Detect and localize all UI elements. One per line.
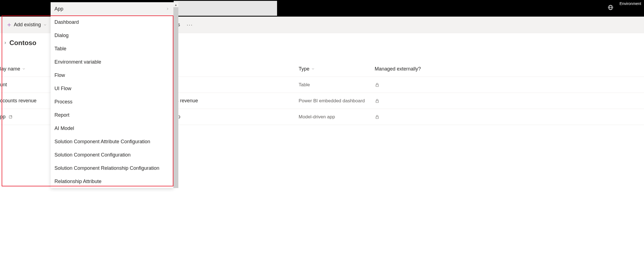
menu-item-ui-flow[interactable]: UI Flow [51, 82, 173, 95]
topbar-right: Environment [607, 1, 641, 11]
row-type: Table [299, 82, 375, 88]
dropdown-scrollbar[interactable]: ▲ [173, 2, 178, 125]
menu-item-table[interactable]: Table [51, 42, 173, 55]
column-header-managed[interactable]: Managed externally? [375, 66, 644, 72]
menu-item-dashboard[interactable]: Dashboard [51, 15, 173, 29]
svg-rect-9 [376, 117, 379, 119]
svg-rect-6 [376, 101, 379, 103]
chevron-down-icon [22, 67, 26, 71]
menu-item-ai-model[interactable]: AI Model [51, 122, 173, 125]
chevron-down-icon [311, 67, 315, 71]
menu-item-app[interactable]: App [51, 2, 173, 15]
menu-item-environment-variable[interactable]: Environment variable [51, 55, 173, 69]
row-managed [375, 114, 644, 119]
more-commands-button[interactable]: ··· [187, 22, 193, 28]
search-area[interactable] [174, 1, 277, 16]
chevron-right-icon [166, 7, 170, 11]
add-existing-label: Add existing [14, 22, 41, 28]
chevron-down-icon [43, 23, 47, 27]
add-existing-dropdown: App Dashboard Dialog Table Environment v… [51, 2, 173, 125]
scroll-up-arrow[interactable]: ▲ [173, 2, 178, 7]
row-managed [375, 82, 644, 87]
menu-item-dialog[interactable]: Dialog [51, 29, 173, 42]
row-managed [375, 98, 644, 103]
row-name: unt [0, 82, 7, 88]
svg-line-8 [10, 116, 12, 117]
lock-icon [375, 82, 380, 87]
globe-icon[interactable] [607, 4, 614, 11]
menu-item-flow[interactable]: Flow [51, 69, 173, 82]
lock-icon [375, 98, 380, 103]
menu-item-process[interactable]: Process [51, 95, 173, 108]
environment-label[interactable]: Environment [619, 1, 641, 6]
menu-item-report[interactable]: Report [51, 108, 173, 122]
add-existing-button[interactable]: Add existing [3, 17, 50, 33]
row-type: Model-driven app [299, 114, 375, 120]
row-name: pp [0, 114, 6, 120]
column-header-type[interactable]: Type [299, 66, 375, 72]
chevron-right-icon[interactable] [3, 41, 7, 45]
breadcrumb-current: Contoso [9, 39, 36, 47]
plus-icon [7, 22, 12, 27]
open-external-icon[interactable] [8, 115, 13, 119]
lock-icon [375, 114, 380, 119]
row-name: ccounts revenue [0, 98, 36, 104]
svg-rect-5 [376, 85, 379, 87]
row-type: Power BI embedded dashboard [299, 98, 375, 104]
scroll-track[interactable] [173, 7, 178, 125]
